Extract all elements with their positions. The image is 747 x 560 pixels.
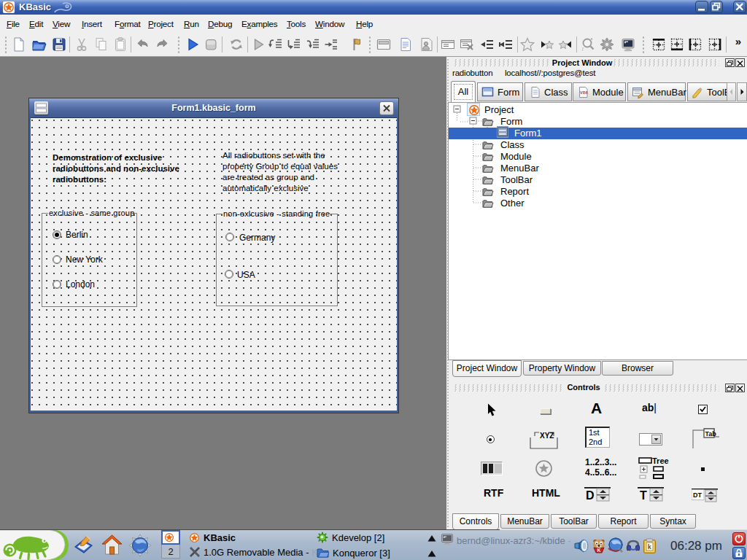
svg-text:Tree: Tree [652,456,669,465]
svg-text:XYZ: XYZ [540,432,554,440]
svg-text:K: K [597,548,601,553]
svg-text:DT: DT [693,491,702,499]
svg-text:VB6: VB6 [580,90,588,95]
svg-text:D: D [586,489,595,502]
svg-text:T: T [640,489,647,502]
svg-text:Tab: Tab [705,430,717,438]
